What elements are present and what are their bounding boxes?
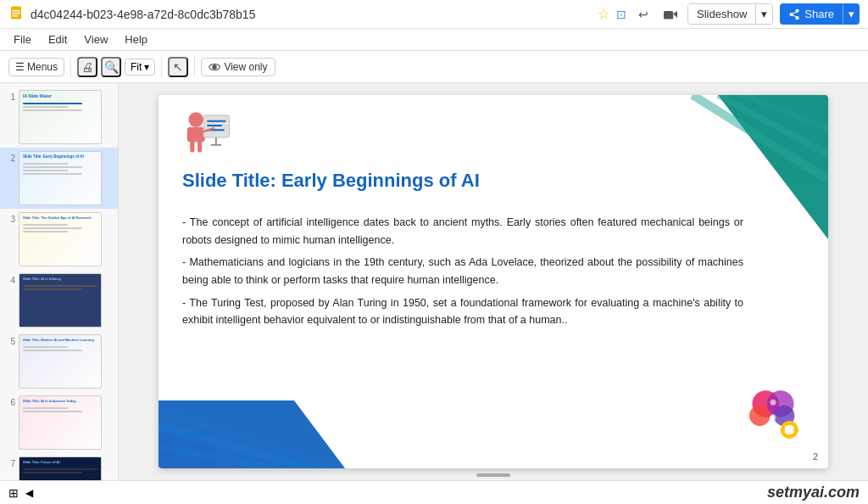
svg-rect-40 [781, 428, 785, 432]
drive-icon[interactable]: ⊡ [616, 8, 626, 21]
slideshow-button-group[interactable]: Slideshow ▾ [687, 3, 773, 25]
bottom-icons: ⊞ ◀ [8, 486, 33, 500]
slide-body-line-1: - The concept of artificial intelligence… [182, 214, 743, 249]
svg-rect-22 [187, 127, 205, 143]
slide-number: 2 [813, 451, 818, 462]
share-button-group[interactable]: Share ▾ [780, 3, 860, 25]
bottom-bar: ⊞ ◀ setmyai.com [0, 480, 868, 504]
svg-rect-3 [13, 15, 18, 17]
toolbar-separator [70, 57, 71, 77]
svg-rect-41 [794, 428, 798, 432]
slide-thumbnail-7[interactable]: 7 Slide Title: Future of AI [0, 453, 118, 480]
toolbar-separator-2 [161, 57, 162, 77]
share-button[interactable]: Share [780, 3, 843, 25]
slide-preview-7: Slide Title: Future of AI [19, 456, 102, 480]
share-label: Share [804, 8, 834, 20]
star-icon[interactable]: ☆ [598, 6, 609, 22]
slide-canvas-area: Slide Title: Early Beginnings of AI - Th… [119, 83, 868, 480]
svg-line-10 [792, 14, 797, 16]
slideshow-dropdown-arrow[interactable]: ▾ [755, 4, 772, 24]
menus-icon: ☰ [15, 61, 25, 73]
slide-canvas: Slide Title: Early Beginnings of AI - Th… [159, 95, 828, 468]
view-only-button[interactable]: View only [201, 58, 275, 76]
blue-decoration [159, 400, 345, 468]
zoom-out-button[interactable]: 🔍 [101, 57, 121, 77]
menu-edit[interactable]: Edit [42, 31, 74, 48]
svg-point-42 [771, 400, 776, 406]
svg-point-34 [749, 406, 771, 427]
view-only-label: View only [224, 61, 267, 73]
slide-number-4: 4 [5, 273, 15, 285]
svg-rect-2 [13, 13, 20, 14]
menu-file[interactable]: File [7, 31, 38, 48]
menus-button[interactable]: ☰ Menus [8, 58, 64, 76]
menu-bar: File Edit View Help [0, 29, 868, 51]
svg-point-11 [213, 64, 218, 70]
svg-point-21 [189, 112, 204, 127]
slide-icon [174, 108, 233, 167]
collapse-icon[interactable]: ◀ [25, 487, 33, 499]
svg-point-37 [784, 424, 794, 434]
slideshow-button[interactable]: Slideshow [688, 4, 755, 24]
slide-thumbnail-3[interactable]: 3 Slide Title: The Golden Age of AI Rese… [0, 209, 118, 270]
svg-rect-4 [664, 11, 673, 20]
menu-help[interactable]: Help [118, 31, 154, 48]
slide-preview-3: Slide Title: The Golden Age of AI Resear… [19, 212, 102, 266]
toolbar-separator-3 [194, 57, 195, 77]
slide-panel: 1 IA Slide Maker 2 Slide Title: Early Be… [0, 83, 119, 480]
slide-preview-5: Slide Title: Modern AI and Machine Learn… [19, 334, 102, 389]
slide-body-line-3: - The Turing Test, proposed by Alan Turi… [182, 294, 743, 329]
slide-number-5: 5 [5, 334, 15, 346]
slide-thumbnail-5[interactable]: 5 Slide Title: Modern AI and Machine Lea… [0, 331, 118, 392]
svg-rect-28 [198, 141, 202, 153]
svg-point-43 [771, 414, 776, 420]
slide-body-line-2: - Mathematicians and logicians in the 19… [182, 254, 743, 288]
menu-view[interactable]: View [77, 31, 114, 48]
print-button[interactable]: 🖨 [77, 57, 97, 77]
document-title[interactable]: d4c04244-b023-4e98-a72d-8c0dc3b78b15 [31, 8, 591, 21]
slide-thumbnail-6[interactable]: 6 Slide Title: AI in Industries Today [0, 392, 118, 453]
slide-thumbnail-4[interactable]: 4 Slide Title: AI in Infancy [0, 270, 118, 331]
zoom-level[interactable]: Fit ▾ [125, 59, 155, 76]
slide-thumbnail-2[interactable]: 2 Slide Title: Early Beginnings of AI [0, 148, 118, 209]
slide-number-1: 1 [5, 90, 15, 102]
top-bar-icons: ↩ Slideshow ▾ Share ▾ [633, 3, 860, 25]
slide-number-2: 2 [5, 151, 15, 163]
svg-rect-39 [788, 434, 792, 439]
svg-rect-1 [13, 10, 20, 12]
slide-body: - The concept of artificial intelligence… [182, 214, 743, 329]
slide-number-7: 7 [5, 456, 15, 468]
slide-preview-4: Slide Title: AI in Infancy [19, 273, 102, 328]
svg-rect-27 [190, 141, 194, 153]
svg-marker-5 [673, 11, 677, 18]
slide-preview-2: Slide Title: Early Beginnings of AI [19, 151, 102, 205]
share-dropdown-arrow[interactable]: ▾ [843, 3, 860, 25]
grid-icon[interactable]: ⊞ [8, 486, 19, 500]
toolbar: ☰ Menus 🖨 🔍 Fit ▾ ↖ View only [0, 51, 868, 83]
slide-thumbnail-1[interactable]: 1 IA Slide Maker [0, 87, 118, 148]
google-slides-logo [8, 5, 24, 23]
slide-preview-6: Slide Title: AI in Industries Today [19, 395, 102, 450]
slide-number-3: 3 [5, 212, 15, 224]
camera-icon[interactable] [660, 4, 681, 25]
brain-icon [743, 385, 803, 445]
svg-rect-38 [788, 421, 792, 425]
main-content: 1 IA Slide Maker 2 Slide Title: Early Be… [0, 83, 868, 480]
slide-title: Slide Title: Early Beginnings of AI [182, 170, 803, 192]
scroll-indicator [476, 473, 510, 477]
svg-line-9 [792, 12, 797, 14]
slide-preview-1: IA Slide Maker [19, 90, 102, 144]
slide-number-6: 6 [5, 395, 15, 407]
watermark: setmyai.com [767, 484, 860, 501]
menus-label: Menus [27, 61, 58, 73]
cursor-tool[interactable]: ↖ [168, 57, 188, 77]
title-bar: d4c04244-b023-4e98-a72d-8c0dc3b78b15 ☆ ⊡… [0, 0, 868, 29]
zoom-dropdown-icon: ▾ [144, 61, 149, 73]
history-icon[interactable]: ↩ [633, 4, 654, 25]
